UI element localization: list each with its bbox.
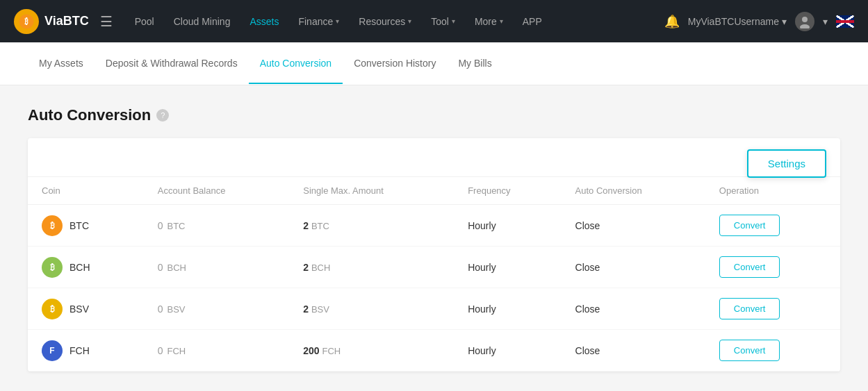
logo[interactable]: ₿ ViaBTC [14, 9, 89, 34]
subnav-my-bills[interactable]: My Bills [447, 44, 502, 84]
balance-value: 0 [158, 220, 163, 231]
subnav-auto-conversion[interactable]: Auto Conversion [249, 44, 343, 84]
svg-text:₿: ₿ [24, 17, 28, 26]
language-flag[interactable] [836, 15, 854, 28]
nav-assets[interactable]: Assets [241, 10, 287, 33]
bell-icon[interactable]: 🔔 [664, 14, 680, 29]
max-amount-value: 200 [303, 345, 319, 356]
subnav-deposit-withdrawal[interactable]: Deposit & Withdrawal Records [95, 44, 249, 84]
hamburger-icon[interactable]: ☰ [100, 13, 113, 30]
table-card: Settings Coin Account Balance Single Max… [28, 138, 840, 372]
nav-links: Pool Cloud Mining Assets Finance ▾ Resou… [126, 10, 664, 33]
max-amount-value: 2 [303, 262, 309, 273]
balance-cell: 0 FCH [144, 330, 289, 372]
auto-conversion-cell: Close [562, 247, 705, 288]
coin-symbol: BSV [69, 303, 89, 315]
data-table: Coin Account Balance Single Max. Amount … [28, 176, 840, 372]
col-header-auto-conversion: Auto Conversion [562, 177, 705, 205]
nav-resources[interactable]: Resources ▾ [350, 10, 420, 33]
table-row: F FCH 0 FCH 200 FCH Hourly Close Convert [28, 330, 840, 372]
col-header-max-amount: Single Max. Amount [289, 177, 454, 205]
convert-button-bsv[interactable]: Convert [719, 298, 780, 319]
coin-icon-bch: ₿ [42, 257, 63, 278]
nav-cloud-mining[interactable]: Cloud Mining [165, 10, 239, 33]
coin-cell: ₿ BCH [28, 247, 144, 288]
table-row: ₿ BTC 0 BTC 2 BTC Hourly Close Convert [28, 205, 840, 247]
max-amount-cell: 200 FCH [289, 330, 454, 372]
convert-button-fch[interactable]: Convert [719, 340, 780, 361]
max-amount-cell: 2 BSV [289, 288, 454, 330]
auto-conversion-cell: Close [562, 205, 705, 247]
col-header-operation: Operation [705, 177, 840, 205]
info-icon[interactable]: ? [156, 109, 169, 122]
username-chevron-icon: ▾ [782, 16, 787, 27]
nav-right: 🔔 MyViaBTCUsername ▾ ▾ [664, 12, 854, 31]
main-content: Auto Conversion ? Settings Coin Account … [0, 85, 868, 391]
coin-icon-bsv: ₿ [42, 299, 63, 319]
subnav-my-assets[interactable]: My Assets [28, 44, 95, 84]
resources-chevron-icon: ▾ [408, 17, 411, 25]
coin-cell: ₿ BSV [28, 288, 144, 330]
svg-point-3 [800, 24, 810, 28]
settings-btn-container: Settings [747, 149, 826, 178]
max-amount-unit: BSV [311, 304, 329, 315]
frequency-cell: Hourly [454, 288, 561, 330]
nav-more[interactable]: More ▾ [466, 10, 511, 33]
navbar: ₿ ViaBTC ☰ Pool Cloud Mining Assets Fina… [0, 0, 868, 42]
col-header-balance: Account Balance [144, 177, 289, 205]
operation-cell: Convert [705, 330, 840, 372]
convert-button-btc[interactable]: Convert [719, 215, 780, 236]
max-amount-unit: BCH [311, 263, 330, 273]
nav-app[interactable]: APP [514, 10, 550, 33]
balance-unit: BCH [167, 263, 186, 273]
balance-unit: FCH [167, 346, 186, 356]
coin-symbol: BTC [69, 220, 89, 231]
settings-button[interactable]: Settings [747, 149, 826, 178]
balance-value: 0 [158, 303, 163, 315]
finance-chevron-icon: ▾ [336, 17, 339, 25]
avatar-chevron-icon: ▾ [823, 16, 828, 27]
max-amount-unit: BTC [311, 221, 329, 231]
balance-value: 0 [158, 345, 163, 356]
balance-cell: 0 BSV [144, 288, 289, 330]
logo-icon: ₿ [14, 9, 39, 34]
coin-icon-fch: F [42, 340, 63, 361]
col-header-frequency: Frequency [454, 177, 561, 205]
username-display[interactable]: MyViaBTCUsername ▾ [688, 16, 787, 27]
more-chevron-icon: ▾ [500, 17, 503, 25]
avatar[interactable] [795, 12, 814, 31]
col-header-coin: Coin [28, 177, 144, 205]
coin-cell: F FCH [28, 330, 144, 372]
frequency-cell: Hourly [454, 247, 561, 288]
operation-cell: Convert [705, 288, 840, 330]
svg-point-2 [802, 17, 808, 22]
balance-unit: BSV [167, 304, 185, 315]
page-title-row: Auto Conversion ? [28, 106, 840, 124]
frequency-cell: Hourly [454, 330, 561, 372]
coin-cell: ₿ BTC [28, 205, 144, 247]
coin-symbol: FCH [69, 345, 90, 356]
table-row: ₿ BCH 0 BCH 2 BCH Hourly Close Convert [28, 247, 840, 288]
coin-symbol: BCH [69, 262, 90, 273]
logo-text: ViaBTC [44, 14, 89, 28]
nav-finance[interactable]: Finance ▾ [290, 10, 347, 33]
max-amount-unit: FCH [322, 346, 341, 356]
subnav-conversion-history[interactable]: Conversion History [343, 44, 447, 84]
subnav: My Assets Deposit & Withdrawal Records A… [0, 42, 868, 85]
tool-chevron-icon: ▾ [452, 17, 455, 25]
nav-pool[interactable]: Pool [126, 10, 163, 33]
max-amount-cell: 2 BCH [289, 247, 454, 288]
coin-icon-btc: ₿ [42, 215, 63, 236]
balance-unit: BTC [167, 221, 185, 231]
balance-cell: 0 BCH [144, 247, 289, 288]
auto-conversion-cell: Close [562, 288, 705, 330]
max-amount-cell: 2 BTC [289, 205, 454, 247]
convert-button-bch[interactable]: Convert [719, 256, 780, 278]
table-header-row: Coin Account Balance Single Max. Amount … [28, 177, 840, 205]
operation-cell: Convert [705, 247, 840, 288]
auto-conversion-cell: Close [562, 330, 705, 372]
table-row: ₿ BSV 0 BSV 2 BSV Hourly Close Convert [28, 288, 840, 330]
max-amount-value: 2 [303, 220, 309, 231]
nav-tool[interactable]: Tool ▾ [423, 10, 464, 33]
max-amount-value: 2 [303, 303, 309, 315]
